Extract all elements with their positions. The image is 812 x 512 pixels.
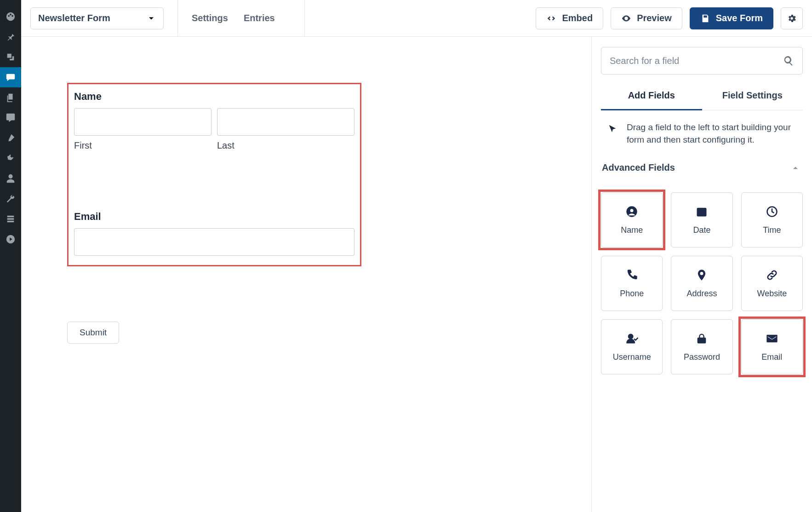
field-card-label: Address: [686, 289, 717, 299]
nav-tools[interactable]: [0, 189, 21, 209]
divider: [304, 0, 305, 37]
field-card-phone[interactable]: Phone: [601, 256, 663, 311]
tab-settings[interactable]: Settings: [192, 13, 228, 23]
field-card-address[interactable]: Address: [671, 256, 732, 311]
field-card[interactable]: Email: [741, 319, 803, 374]
lock-icon: [695, 332, 708, 345]
field-card-label: Email: [761, 352, 782, 362]
link-icon: [766, 269, 778, 282]
clock-icon: [766, 205, 778, 218]
field-card[interactable]: Username: [601, 319, 663, 374]
chevron-down-icon: [147, 14, 156, 23]
user-check-icon: [625, 332, 638, 345]
field-card-label: Phone: [620, 289, 644, 299]
cursor-icon: [607, 124, 618, 134]
drag-hint-text: Drag a field to the left to start buildi…: [627, 121, 800, 146]
tab-field-settings[interactable]: Field Settings: [702, 83, 803, 110]
last-sublabel: Last: [217, 140, 355, 151]
drag-hint: Drag a field to the left to start buildi…: [601, 110, 803, 150]
tab-add-fields[interactable]: Add Fields: [601, 83, 702, 110]
nav-appearance[interactable]: [0, 128, 21, 148]
field-card-label: Date: [693, 225, 710, 235]
field-card[interactable]: Time: [741, 192, 803, 247]
email-field[interactable]: Email: [74, 211, 355, 256]
email-input[interactable]: [74, 228, 355, 256]
plug-icon: [6, 153, 16, 163]
nav-forms[interactable]: [0, 67, 21, 87]
advanced-fields-grid: NameDateTimePhoneAddressWebsiteUsernameP…: [601, 178, 803, 374]
field-card-time[interactable]: Time: [741, 192, 803, 247]
name-field[interactable]: First Last: [74, 108, 355, 151]
field-card-date[interactable]: Date: [671, 192, 732, 247]
form-selector[interactable]: Newsletter Form: [30, 7, 164, 29]
field-card-username[interactable]: Username: [601, 319, 663, 374]
section-advanced-fields[interactable]: Advanced Fields: [601, 150, 803, 178]
wp-admin-sidebar: [0, 0, 21, 512]
field-card-email[interactable]: Email: [741, 319, 803, 374]
divider: [177, 0, 178, 37]
form-settings-button[interactable]: [781, 7, 803, 29]
user-icon: [6, 173, 16, 184]
field-card[interactable]: Website: [741, 256, 803, 311]
sliders-icon: [6, 214, 16, 224]
submit-label: Submit: [80, 328, 107, 338]
nav-pin[interactable]: [0, 27, 21, 47]
highlighted-region: Name First Last Email: [67, 83, 361, 266]
mail-icon: [766, 332, 778, 345]
field-card-website[interactable]: Website: [741, 256, 803, 311]
last-name-input[interactable]: [217, 108, 355, 136]
dashboard-icon: [6, 12, 16, 22]
section-label: Advanced Fields: [602, 162, 675, 173]
name-field-label: Name: [74, 91, 355, 103]
chevron-up-icon: [791, 163, 800, 173]
nav-video[interactable]: [0, 229, 21, 249]
save-button[interactable]: Save Form: [690, 7, 773, 29]
nav-users[interactable]: [0, 168, 21, 189]
pages-icon: [6, 92, 16, 103]
calendar-icon: [695, 205, 708, 218]
field-card-label: Username: [613, 352, 651, 362]
user-circle-icon: [625, 205, 638, 218]
tab-entries[interactable]: Entries: [244, 13, 275, 23]
nav-dashboard[interactable]: [0, 6, 21, 27]
field-card-name[interactable]: Name: [601, 192, 663, 247]
first-name-input[interactable]: [74, 108, 212, 136]
field-card-label: Password: [684, 352, 720, 362]
nav-settings[interactable]: [0, 209, 21, 229]
play-icon: [6, 234, 16, 244]
field-card[interactable]: Phone: [601, 256, 663, 311]
editor-topbar: Newsletter Form Settings Entries Embed P…: [21, 0, 812, 37]
first-sublabel: First: [74, 140, 212, 151]
phone-icon: [625, 269, 638, 282]
eye-icon: [621, 13, 631, 23]
field-search-input[interactable]: [610, 56, 783, 66]
submit-button[interactable]: Submit: [67, 322, 119, 344]
nav-media[interactable]: [0, 47, 21, 67]
fields-panel: Add Fields Field Settings Drag a field t…: [591, 37, 812, 512]
field-search[interactable]: [601, 47, 803, 75]
wrench-icon: [6, 194, 16, 204]
save-label: Save Form: [716, 13, 763, 23]
media-icon: [6, 52, 16, 62]
field-card[interactable]: Address: [671, 256, 732, 311]
form-icon: [6, 72, 16, 82]
main-area: Newsletter Form Settings Entries Embed P…: [21, 0, 812, 512]
field-card[interactable]: Password: [671, 319, 732, 374]
gear-icon: [787, 13, 797, 23]
nav-plugins[interactable]: [0, 148, 21, 168]
save-icon: [700, 13, 710, 23]
field-card[interactable]: Name: [601, 192, 663, 247]
pushpin-icon: [6, 32, 16, 42]
code-icon: [546, 13, 556, 23]
form-canvas[interactable]: Name First Last Email Sub: [21, 37, 591, 512]
nav-comments[interactable]: [0, 108, 21, 128]
pin-icon: [695, 269, 708, 282]
embed-label: Embed: [562, 13, 593, 23]
form-selector-label: Newsletter Form: [38, 13, 110, 23]
field-card-password[interactable]: Password: [671, 319, 732, 374]
embed-button[interactable]: Embed: [536, 7, 603, 29]
nav-pages[interactable]: [0, 87, 21, 108]
field-card[interactable]: Date: [671, 192, 732, 247]
preview-label: Preview: [637, 13, 672, 23]
preview-button[interactable]: Preview: [611, 7, 682, 29]
